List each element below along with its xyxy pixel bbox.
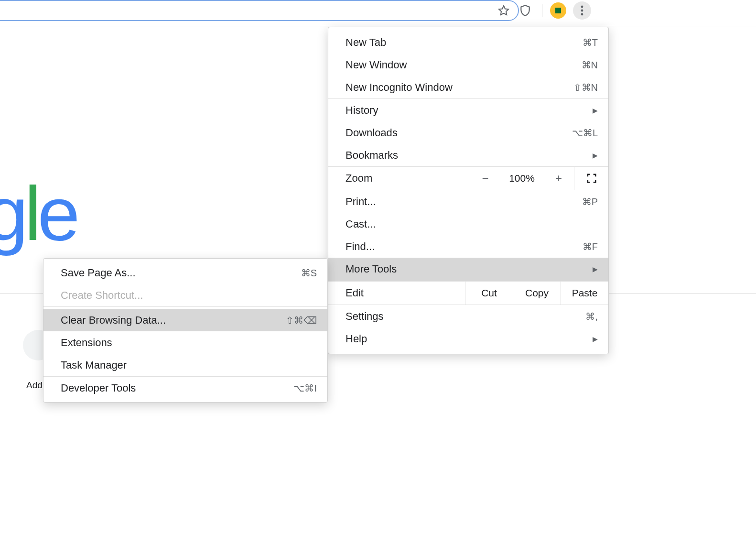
- zoom-out-button[interactable]: −: [470, 167, 500, 190]
- menu-label: New Incognito Window: [346, 81, 453, 94]
- menu-label: Bookmarks: [346, 149, 398, 162]
- menu-label: New Window: [346, 59, 407, 71]
- menu-find[interactable]: Find... ⌘F: [328, 235, 608, 258]
- profile-avatar[interactable]: [550, 2, 566, 19]
- home-icon: [555, 8, 561, 13]
- menu-history[interactable]: History ▶: [328, 99, 608, 121]
- menu-label: Print...: [346, 196, 376, 208]
- menu-shortcut: ⌥⌘L: [572, 127, 598, 139]
- edit-label: Edit: [328, 282, 465, 305]
- chevron-right-icon: ▶: [593, 265, 598, 273]
- menu-downloads[interactable]: Downloads ⌥⌘L: [328, 121, 608, 144]
- submenu-clear-browsing-data[interactable]: Clear Browsing Data... ⇧⌘⌫: [43, 309, 327, 331]
- menu-shortcut: ⌘T: [583, 37, 598, 48]
- toolbar-icons: [519, 0, 591, 21]
- menu-label: Create Shortcut...: [61, 289, 143, 302]
- bookmark-star-icon[interactable]: [498, 5, 509, 16]
- menu-label: History: [346, 104, 378, 117]
- menu-help[interactable]: Help ▶: [328, 327, 608, 350]
- menu-label: More Tools: [346, 263, 397, 275]
- fullscreen-button[interactable]: [574, 167, 608, 190]
- menu-label: Save Page As...: [61, 267, 136, 279]
- toolbar-divider: [542, 4, 542, 17]
- menu-new-incognito[interactable]: New Incognito Window ⇧⌘N: [328, 76, 608, 98]
- submenu-extensions[interactable]: Extensions: [43, 331, 327, 354]
- svg-point-2: [581, 10, 583, 12]
- chrome-menu-button[interactable]: [573, 1, 591, 20]
- svg-point-3: [581, 13, 583, 16]
- submenu-create-shortcut: Create Shortcut...: [43, 284, 327, 306]
- edit-paste-button[interactable]: Paste: [561, 282, 608, 305]
- menu-zoom-row: Zoom − 100% +: [328, 166, 608, 190]
- menu-label: Extensions: [61, 337, 112, 349]
- menu-shortcut: ⇧⌘N: [573, 82, 598, 93]
- svg-marker-0: [499, 6, 508, 15]
- menu-shortcut: ⌥⌘I: [293, 382, 317, 394]
- chrome-main-menu: New Tab ⌘T New Window ⌘N New Incognito W…: [328, 27, 609, 354]
- menu-label: Clear Browsing Data...: [61, 314, 166, 327]
- menu-shortcut: ⌘P: [582, 196, 598, 207]
- menu-shortcut: ⌘,: [585, 311, 598, 322]
- svg-point-1: [581, 6, 583, 8]
- submenu-task-manager[interactable]: Task Manager: [43, 354, 327, 376]
- zoom-in-button[interactable]: +: [543, 167, 574, 190]
- menu-new-tab[interactable]: New Tab ⌘T: [328, 31, 608, 54]
- menu-label: Settings: [346, 310, 384, 323]
- menu-label: Help: [346, 333, 367, 345]
- menu-shortcut: ⌘F: [583, 241, 598, 252]
- google-logo-partial: gle: [0, 170, 76, 258]
- menu-label: New Tab: [346, 36, 386, 49]
- menu-label: Developer Tools: [61, 382, 136, 394]
- chevron-right-icon: ▶: [593, 107, 598, 114]
- menu-shortcut: ⌘N: [582, 59, 598, 71]
- zoom-value: 100%: [500, 167, 543, 190]
- menu-shortcut: ⌘S: [301, 267, 317, 279]
- more-tools-submenu: Save Page As... ⌘S Create Shortcut... Cl…: [43, 258, 328, 403]
- menu-bookmarks[interactable]: Bookmarks ▶: [328, 144, 608, 166]
- chevron-right-icon: ▶: [593, 152, 598, 159]
- menu-edit-row: Edit Cut Copy Paste: [328, 281, 608, 305]
- menu-new-window[interactable]: New Window ⌘N: [328, 54, 608, 76]
- chevron-right-icon: ▶: [593, 335, 598, 343]
- menu-print[interactable]: Print... ⌘P: [328, 190, 608, 213]
- menu-settings[interactable]: Settings ⌘,: [328, 305, 608, 327]
- submenu-developer-tools[interactable]: Developer Tools ⌥⌘I: [43, 377, 327, 399]
- menu-more-tools[interactable]: More Tools ▶: [328, 258, 608, 280]
- menu-label: Cast...: [346, 218, 376, 230]
- menu-cast[interactable]: Cast...: [328, 213, 608, 235]
- menu-label: Task Manager: [61, 359, 127, 371]
- zoom-label: Zoom: [328, 167, 470, 190]
- menu-shortcut: ⇧⌘⌫: [286, 315, 317, 326]
- menu-label: Find...: [346, 240, 375, 253]
- edit-cut-button[interactable]: Cut: [465, 282, 513, 305]
- menu-label: Downloads: [346, 127, 398, 139]
- address-bar[interactable]: [0, 0, 519, 21]
- edit-copy-button[interactable]: Copy: [513, 282, 561, 305]
- extension-ublock-icon[interactable]: [519, 4, 538, 17]
- submenu-save-page-as[interactable]: Save Page As... ⌘S: [43, 262, 327, 284]
